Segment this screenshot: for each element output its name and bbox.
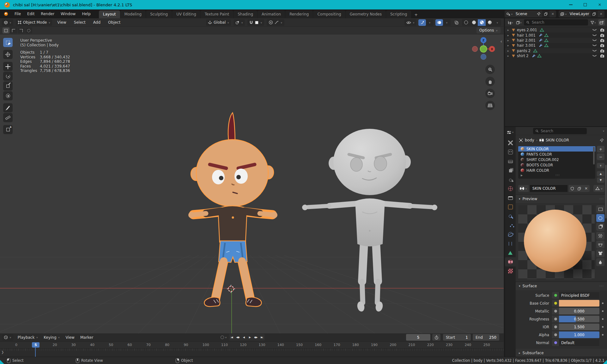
- outliner-item[interactable]: ▸ hair 3.001: [505, 43, 607, 48]
- outliner-search[interactable]: [524, 19, 588, 26]
- properties-scrollbar[interactable]: [605, 165, 607, 218]
- expand-icon[interactable]: ▸: [507, 49, 511, 52]
- shading-wireframe-button[interactable]: [462, 19, 470, 26]
- viewport-menu[interactable]: Select: [71, 19, 88, 26]
- proportional-editing-controls[interactable]: ∨: [267, 19, 284, 26]
- properties-tab-output[interactable]: [505, 157, 516, 166]
- preview-hair-button[interactable]: [596, 232, 604, 240]
- disable-in-render-toggle[interactable]: [600, 44, 604, 47]
- tool-scale[interactable]: [3, 81, 13, 91]
- shading-material-preview-button[interactable]: [478, 19, 486, 26]
- properties-search-input[interactable]: [540, 128, 584, 134]
- timeline-track-area[interactable]: ❯: [0, 349, 504, 356]
- maximize-button[interactable]: [578, 0, 592, 9]
- timeline-expand-arrow[interactable]: ❯: [1, 350, 4, 354]
- show-overlays-toggle[interactable]: [435, 19, 443, 26]
- workspace-tab[interactable]: Animation: [258, 10, 285, 18]
- material-slot[interactable]: PANTS COLOR: [518, 152, 595, 157]
- unlink-material-button[interactable]: ✕: [583, 185, 590, 192]
- xray-toggle[interactable]: [452, 19, 460, 26]
- animate-decorator[interactable]: [602, 318, 604, 320]
- outliner-search-input[interactable]: [531, 20, 586, 25]
- preview-flat-button[interactable]: [596, 205, 604, 213]
- select-mode-intersect-button[interactable]: [25, 27, 32, 33]
- jump-to-start[interactable]: |◀: [229, 334, 235, 341]
- menu-item[interactable]: Edit: [24, 10, 38, 17]
- animate-decorator[interactable]: [602, 326, 604, 328]
- stopwatch-button[interactable]: [432, 334, 440, 341]
- options-button[interactable]: Options∨: [476, 27, 501, 33]
- character-untextured[interactable]: [302, 129, 437, 312]
- properties-tab-tool[interactable]: [505, 138, 516, 147]
- timeline-menu[interactable]: Marker∨: [78, 334, 96, 341]
- close-button[interactable]: ✕: [592, 0, 607, 9]
- node-tree-selector[interactable]: ∨: [593, 185, 604, 192]
- properties-editor-type-selector[interactable]: ∨: [505, 128, 516, 136]
- workspace-tab[interactable]: Layout: [99, 10, 120, 18]
- toggle-orthographic-button[interactable]: [485, 101, 495, 110]
- select-mode-subtract-button[interactable]: [18, 27, 25, 33]
- properties-tab-object-data[interactable]: [505, 248, 516, 257]
- properties-search[interactable]: [533, 128, 587, 134]
- new-material-button[interactable]: [576, 185, 583, 192]
- material-specials-dropdown[interactable]: ∨: [597, 163, 604, 168]
- hide-in-viewport-toggle[interactable]: [592, 55, 597, 57]
- properties-tab-render[interactable]: [505, 147, 516, 157]
- properties-tab-physics[interactable]: [505, 230, 516, 239]
- menu-item[interactable]: File: [11, 10, 24, 17]
- workspace-tab[interactable]: Compositing: [313, 10, 345, 18]
- expand-icon[interactable]: ▸: [507, 44, 511, 47]
- tool-transform[interactable]: [3, 91, 13, 100]
- outliner-filter-dropdown[interactable]: ∨: [590, 19, 597, 26]
- material-slot[interactable]: SKIN COLOR: [518, 146, 595, 152]
- properties-tab-particles[interactable]: [505, 221, 516, 230]
- browse-scene-button[interactable]: ∨: [505, 10, 514, 17]
- jump-to-end[interactable]: ▶|: [259, 334, 265, 341]
- menu-item[interactable]: Help: [79, 10, 94, 17]
- overlays-dropdown[interactable]: ∨: [443, 19, 451, 26]
- browse-material-button[interactable]: ∨: [518, 185, 529, 192]
- outliner-item[interactable]: ▸ hair 2.001: [505, 38, 607, 43]
- disable-in-render-toggle[interactable]: [600, 33, 604, 37]
- pivot-point-selector[interactable]: ∨: [234, 19, 245, 26]
- move-slot-up-button[interactable]: ▲: [597, 171, 604, 176]
- view-layer-name-field[interactable]: ViewLayer: [568, 12, 591, 16]
- resize-grip-left[interactable]: [0, 360, 4, 364]
- visibility-filter-dropdown[interactable]: ∨: [404, 19, 416, 26]
- properties-tab-material[interactable]: [505, 257, 516, 266]
- frame-start-field[interactable]: Start1: [443, 334, 471, 341]
- menu-item[interactable]: Window: [58, 10, 79, 17]
- hide-in-viewport-toggle[interactable]: [592, 34, 597, 37]
- workspace-tab[interactable]: Shading: [234, 10, 257, 18]
- tool-move[interactable]: [3, 62, 13, 71]
- unlink-scene-button[interactable]: ✕: [549, 12, 556, 16]
- menu-item[interactable]: Render: [38, 10, 58, 17]
- select-mode-new-button[interactable]: [3, 27, 9, 33]
- transform-orientation-selector[interactable]: Global ∨: [206, 19, 231, 26]
- fake-user-toggle[interactable]: [569, 185, 576, 192]
- select-mode-extend-button[interactable]: [10, 27, 17, 33]
- disable-in-render-toggle[interactable]: [600, 39, 604, 42]
- properties-tab-collection[interactable]: [505, 193, 516, 202]
- workspace-tab[interactable]: Rendering: [285, 10, 313, 18]
- new-view-layer-button[interactable]: [591, 10, 598, 17]
- workspace-tab[interactable]: Sculpting: [146, 10, 172, 18]
- outliner-editor-type-selector[interactable]: ∨: [507, 19, 514, 26]
- new-collection-button[interactable]: [598, 19, 605, 26]
- gizmo-y-axis[interactable]: [480, 46, 487, 52]
- animate-decorator[interactable]: [602, 302, 604, 304]
- 3d-viewport[interactable]: User Perspective (5) Collection | body O…: [0, 34, 504, 333]
- properties-options-dropdown[interactable]: ∨: [603, 130, 604, 132]
- animate-decorator[interactable]: [602, 334, 604, 336]
- navigation-gizmo[interactable]: Z X: [471, 36, 496, 62]
- camera-view-button[interactable]: [485, 89, 495, 98]
- properties-tab-world[interactable]: [505, 184, 516, 193]
- timeline-menu[interactable]: Playback∨: [15, 334, 40, 341]
- properties-tab-scene[interactable]: [505, 175, 516, 184]
- workspace-tab[interactable]: Modeling: [120, 10, 146, 18]
- properties-tab-view-layer[interactable]: [505, 166, 516, 175]
- properties-tab-modifiers[interactable]: [505, 212, 516, 221]
- breadcrumb-material[interactable]: SKIN COLOR: [546, 138, 569, 142]
- properties-tab-texture[interactable]: [505, 266, 516, 276]
- preview-cloth-button[interactable]: [596, 249, 604, 257]
